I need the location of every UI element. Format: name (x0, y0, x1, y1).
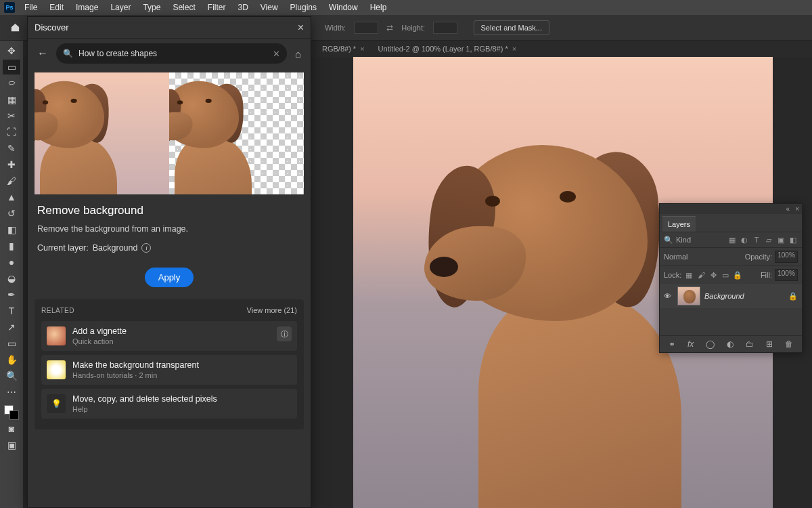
discover-home-icon[interactable]: ⌂ (292, 45, 304, 62)
lock-icon[interactable]: 🔒 (788, 292, 798, 301)
lock-all-icon[interactable]: 🔒 (733, 270, 742, 280)
menu-window[interactable]: Window (323, 1, 363, 14)
blur-tool[interactable]: ● (3, 255, 20, 270)
screen-mode-tool[interactable]: ▣ (3, 438, 20, 452)
brush-tool[interactable]: 🖌 (3, 173, 20, 188)
search-box[interactable]: 🔍 ✕ (56, 43, 287, 64)
close-icon[interactable]: × (512, 45, 516, 53)
filter-shape-icon[interactable]: ▱ (764, 235, 773, 245)
search-input[interactable] (78, 49, 267, 58)
hand-tool[interactable]: ✋ (3, 352, 20, 367)
discover-title: Discover (35, 22, 69, 33)
object-select-tool[interactable]: ▦ (3, 92, 20, 107)
eraser-tool[interactable]: ◧ (3, 222, 20, 237)
opt-width-input[interactable] (354, 22, 378, 34)
lock-position-icon[interactable]: ✥ (708, 270, 718, 280)
zoom-tool[interactable]: 🔍 (3, 368, 20, 383)
info-icon[interactable]: ⓘ (277, 326, 292, 341)
path-tool[interactable]: ↗ (3, 320, 20, 335)
menu-type[interactable]: Type (137, 1, 166, 14)
back-button[interactable]: ← (35, 45, 51, 62)
filter-type-icon[interactable]: T (752, 235, 761, 245)
preview-comparison (35, 72, 304, 194)
swap-icon[interactable]: ⇄ (386, 23, 393, 33)
crop-tool[interactable]: ✂ (3, 108, 20, 123)
view-more-link[interactable]: View more (21) (247, 306, 297, 314)
action-heading: Remove background (37, 204, 301, 217)
adjustment-icon[interactable]: ◐ (727, 339, 734, 349)
collapse-icon[interactable]: « (786, 205, 790, 213)
opacity-label: Opacity: (745, 253, 772, 261)
layer-name[interactable]: Background (704, 292, 784, 300)
kind-select[interactable]: Kind (676, 236, 725, 244)
delete-icon[interactable]: 🗑 (785, 339, 793, 349)
pen-tool[interactable]: ✒ (3, 287, 20, 302)
color-swatches[interactable] (4, 405, 19, 420)
layer-row[interactable]: 👁 Background 🔒 (660, 284, 802, 308)
layers-footer: ⚭ fx ◯ ◐ 🗀 ⊞ 🗑 (660, 335, 802, 352)
frame-tool[interactable]: ⛶ (3, 125, 20, 140)
group-icon[interactable]: 🗀 (746, 339, 754, 349)
app-logo-icon: Ps (4, 2, 15, 13)
more-tools[interactable]: ⋯ (3, 385, 20, 400)
menu-view[interactable]: View (255, 1, 284, 14)
blend-mode-select[interactable]: Normal (664, 253, 742, 261)
clear-search-icon[interactable]: ✕ (273, 49, 280, 59)
layer-thumbnail[interactable] (677, 287, 700, 305)
opt-height-input[interactable] (433, 22, 457, 34)
home-button[interactable] (5, 18, 24, 37)
opt-height-label: Height: (401, 24, 425, 32)
menu-plugins[interactable]: Plugins (285, 1, 322, 14)
mask-icon[interactable]: ◯ (706, 339, 715, 349)
opacity-input[interactable]: 100% (775, 251, 798, 263)
search-icon[interactable]: 🔍 (664, 235, 673, 245)
doc-tab-1[interactable]: RGB/8#) *× (315, 43, 371, 55)
new-layer-icon[interactable]: ⊞ (766, 339, 773, 349)
menu-3d[interactable]: 3D (232, 1, 253, 14)
related-item[interactable]: Make the background transparentHands-on … (41, 355, 297, 385)
apply-button[interactable]: Apply (145, 268, 194, 287)
dodge-tool[interactable]: ◒ (3, 271, 20, 286)
lock-artboard-icon[interactable]: ▭ (721, 270, 730, 280)
menu-select[interactable]: Select (167, 1, 200, 14)
menu-layer[interactable]: Layer (105, 1, 136, 14)
discover-panel: Discover × ← 🔍 ✕ ⌂ Remove background Rem… (27, 16, 311, 508)
doc-tab-2[interactable]: Untitled-2 @ 100% (Layer 1, RGB/8#) *× (371, 43, 524, 55)
info-icon[interactable]: i (141, 243, 151, 253)
close-icon[interactable]: × (795, 205, 799, 213)
related-item[interactable]: 💡 Move, copy, and delete selected pixels… (41, 389, 297, 419)
filter-adjust-icon[interactable]: ◐ (740, 235, 749, 245)
link-layers-icon[interactable]: ⚭ (669, 339, 675, 349)
history-brush-tool[interactable]: ↺ (3, 206, 20, 221)
lock-pixels-icon[interactable]: ▦ (684, 270, 694, 280)
type-tool[interactable]: T (3, 303, 20, 318)
lasso-tool[interactable] (3, 76, 20, 91)
menu-help[interactable]: Help (365, 1, 392, 14)
fx-icon[interactable]: fx (687, 339, 694, 349)
fill-input[interactable]: 100% (775, 269, 798, 281)
visibility-icon[interactable]: 👁 (664, 292, 673, 300)
layers-panel: «× Layers 🔍 Kind ▦ ◐ T ▱ ▣ ◧ Normal Opac… (659, 203, 803, 353)
menu-filter[interactable]: Filter (202, 1, 231, 14)
lock-brush-icon[interactable]: 🖌 (696, 270, 706, 280)
fill-label: Fill: (761, 271, 772, 279)
menu-file[interactable]: File (19, 1, 43, 14)
healing-tool[interactable]: ✚ (3, 157, 20, 172)
filter-smart-icon[interactable]: ▣ (776, 235, 786, 245)
move-tool[interactable]: ✥ (3, 43, 20, 58)
quick-mask-tool[interactable]: ◙ (3, 421, 20, 436)
close-icon[interactable]: × (360, 45, 364, 53)
close-icon[interactable]: × (298, 22, 304, 34)
menu-edit[interactable]: Edit (44, 1, 69, 14)
marquee-tool[interactable]: ▭ (3, 60, 20, 75)
eyedropper-tool[interactable]: ✎ (3, 141, 20, 156)
related-item[interactable]: Add a vignetteQuick action ⓘ (41, 321, 297, 351)
layers-tab[interactable]: Layers (662, 216, 696, 232)
stamp-tool[interactable]: ▲ (3, 190, 20, 205)
filter-toggle-icon[interactable]: ◧ (788, 235, 798, 245)
gradient-tool[interactable]: ▮ (3, 238, 20, 253)
select-and-mask-button[interactable]: Select and Mask... (474, 20, 550, 35)
shape-tool[interactable]: ▭ (3, 336, 20, 351)
filter-pixel-icon[interactable]: ▦ (727, 235, 737, 245)
menu-image[interactable]: Image (70, 1, 104, 14)
